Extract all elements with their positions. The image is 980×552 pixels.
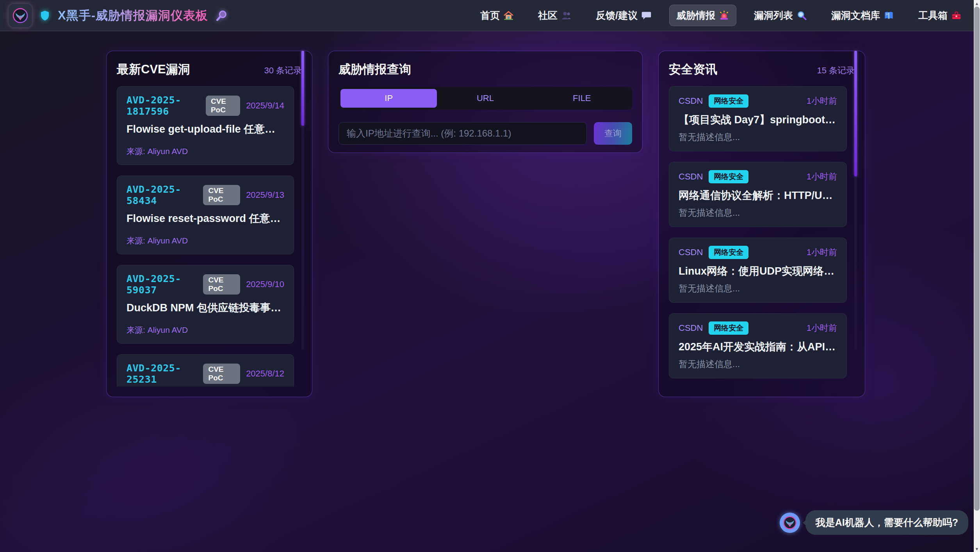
cve-poc-badge: CVE PoC [203,185,240,205]
book-icon [884,10,894,21]
news-card[interactable]: CSDN 网络安全 1小时前 网络通信协议全解析：HTTP/UDP/TCP核心要… [669,162,847,227]
news-source: CSDN [679,247,703,257]
cve-title: Flowise reset-password 任意用户密码重置漏... [127,211,284,225]
page-scrollbar-thumb[interactable] [974,7,980,511]
nav-item-vuln-docs[interactable]: 漏洞文档库 [825,5,901,26]
speech-bubble-icon [641,10,652,21]
cve-card-meta: AVD-2025-1817596 CVE PoC 2025/9/14 [127,94,284,117]
news-source: CSDN [679,172,703,182]
query-input[interactable] [339,122,587,145]
tab-ip[interactable]: IP [340,89,437,108]
cve-source: 来源: Aliyun AVD [127,325,284,335]
cve-panel-header: 最新CVE漏洞 30 条记录 [117,61,302,78]
cve-id: AVD-2025-1817596 [127,94,200,117]
nav-item-label: 威胁情报 [676,9,715,22]
news-desc: 暂无描述信息... [679,131,837,143]
cve-poc-badge: CVE PoC [206,96,240,116]
cve-source: 来源: Aliyun AVD [127,146,284,157]
cve-card[interactable]: AVD-2025-59037 CVE PoC 2025/9/10 DuckDB … [117,265,294,344]
siren-icon [719,10,729,21]
page-title: X黑手-威胁情报漏洞仪表板 [58,7,208,24]
cve-id: AVD-2025-59037 [127,273,197,296]
tab-file[interactable]: FILE [534,89,630,108]
nav-item-feedback[interactable]: 反馈/建议 [589,5,658,26]
nav-item-label: 反馈/建议 [596,9,638,22]
nav-item-community[interactable]: 社区 [531,5,578,26]
tab-url[interactable]: URL [437,89,533,108]
news-card[interactable]: CSDN 网络安全 1小时前 2025年AI开发实战指南：从API调用到工程落.… [669,313,847,378]
cve-date: 2025/8/12 [246,369,284,379]
news-time: 1小时前 [807,171,837,183]
nav-item-label: 社区 [538,9,558,22]
news-title: 网络通信协议全解析：HTTP/UDP/TCP核心要... [679,188,837,202]
news-card[interactable]: CSDN 网络安全 1小时前 【项目实战 Day7】springboot + v… [669,86,847,151]
nav-item-toolbox[interactable]: 工具箱 [912,5,968,26]
cve-poc-badge: CVE PoC [203,274,240,295]
cve-card[interactable]: AVD-2025-25231 CVE PoC 2025/8/12 Omnissa… [117,354,294,387]
nav-item-home[interactable]: 首页 [474,5,520,26]
news-panel-title: 安全资讯 [669,61,717,78]
cve-card[interactable]: AVD-2025-1817596 CVE PoC 2025/9/14 Flowi… [117,86,294,165]
search-icon [215,9,228,22]
news-title: Linux网络：使用UDP实现网络通信（服务端... [679,264,837,278]
news-source: CSDN [679,323,703,333]
cve-list: AVD-2025-1817596 CVE PoC 2025/9/14 Flowi… [117,86,302,387]
news-card-meta: CSDN 网络安全 1小时前 [679,94,837,108]
news-card-meta: CSDN 网络安全 1小时前 [679,246,837,259]
news-card-meta: CSDN 网络安全 1小时前 [679,321,837,335]
nav-item-label: 首页 [480,9,500,22]
cve-scrollbar-thumb[interactable] [301,51,304,126]
scroll-up-arrow-icon[interactable]: ▲ [974,0,980,7]
cve-poc-badge: CVE PoC [203,364,240,384]
chatbot-logo-icon [782,515,797,530]
cve-card-meta: AVD-2025-25231 CVE PoC 2025/8/12 [127,362,284,385]
nav-item-threat-intel[interactable]: 威胁情报 [669,5,736,26]
home-icon [503,10,514,21]
cve-card-meta: AVD-2025-59037 CVE PoC 2025/9/10 [127,273,284,296]
chatbot-widget: 我是AI机器人，需要什么帮助吗? [780,510,968,535]
cve-record-count: 30 条记录 [264,65,302,76]
top-nav: X黑手-威胁情报漏洞仪表板 首页 社区 反馈/建议 [0,0,980,31]
cve-source: 来源: Aliyun AVD [127,235,284,246]
security-news-panel: 安全资讯 15 条记录 CSDN 网络安全 1小时前 【项目实战 Day7】sp… [658,51,865,397]
news-record-count: 15 条记录 [817,65,855,76]
cve-panel-title: 最新CVE漏洞 [117,61,190,78]
news-time: 1小时前 [807,95,837,107]
query-type-tabs: IP URL FILE [339,87,632,110]
news-list-scrollbar[interactable] [854,51,857,350]
cve-date: 2025/9/10 [246,279,284,289]
news-category-badge: 网络安全 [709,170,748,183]
nav-menu: 首页 社区 反馈/建议 威胁情报 [474,5,968,26]
cve-card[interactable]: AVD-2025-58434 CVE PoC 2025/9/13 Flowise… [117,176,294,254]
page-scrollbar[interactable]: ▲ ▼ [974,0,980,552]
news-category-badge: 网络安全 [709,94,748,108]
magnifier-icon [796,10,807,21]
nav-item-label: 工具箱 [918,9,948,22]
news-title: 【项目实战 Day7】springboot + vue 苍穹外... [679,113,837,127]
chatbot-avatar[interactable] [780,513,800,533]
news-card[interactable]: CSDN 网络安全 1小时前 Linux网络：使用UDP实现网络通信（服务端..… [669,238,847,303]
threat-query-panel: 威胁情报查询 IP URL FILE 查询 [328,51,643,153]
news-scrollbar-thumb[interactable] [854,51,857,176]
news-source: CSDN [679,96,703,106]
query-button[interactable]: 查询 [594,122,632,145]
nav-item-label: 漏洞列表 [754,9,793,22]
cve-date: 2025/9/14 [246,101,284,111]
toolbox-icon [951,10,962,21]
query-row: 查询 [339,122,632,145]
cve-list-scrollbar[interactable] [301,51,304,350]
scroll-down-arrow-icon[interactable]: ▼ [974,545,980,552]
cve-panel: 最新CVE漏洞 30 条记录 AVD-2025-1817596 CVE PoC … [106,51,312,397]
cve-card-meta: AVD-2025-58434 CVE PoC 2025/9/13 [127,184,284,206]
cve-title: Flowise get-upload-file 任意文件读取漏洞 [127,122,284,136]
nav-item-vuln-list[interactable]: 漏洞列表 [747,5,814,26]
app-logo[interactable] [9,4,32,27]
cve-date: 2025/9/13 [246,190,284,200]
news-desc: 暂无描述信息... [679,207,837,219]
chatbot-message: 我是AI机器人，需要什么帮助吗? [805,510,968,535]
cve-id: AVD-2025-25231 [127,362,197,385]
brand: X黑手-威胁情报漏洞仪表板 [9,4,228,27]
nav-item-label: 漏洞文档库 [831,9,880,22]
news-category-badge: 网络安全 [709,246,748,259]
users-icon [561,10,572,21]
